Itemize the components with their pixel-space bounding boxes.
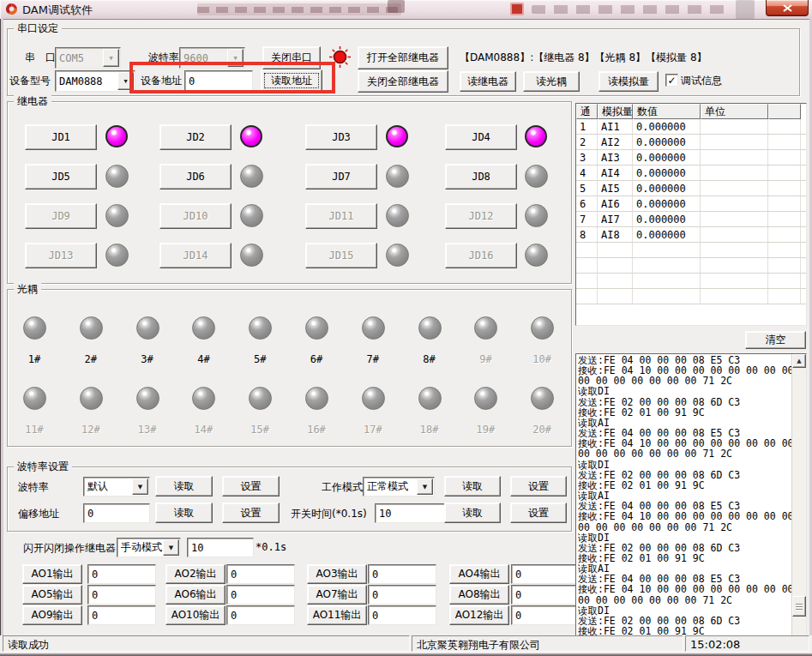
ao-output-button-5[interactable]: AO5输出: [22, 585, 82, 605]
ao-output-input-8[interactable]: 0: [511, 585, 580, 605]
ao-output-button-6[interactable]: AO6输出: [165, 585, 226, 605]
ao-output-button-9[interactable]: AO9输出: [22, 605, 82, 625]
opto-label-18#: 18#: [415, 424, 444, 436]
ao-output-button-7[interactable]: AO7输出: [307, 585, 367, 605]
table-cell: [701, 135, 768, 149]
ao-output-input-12[interactable]: 0: [511, 605, 580, 625]
table-header-cell[interactable]: 模拟量: [598, 104, 633, 119]
ao-output-input-11[interactable]: 0: [368, 605, 436, 625]
model-label: 设备型号: [9, 74, 51, 88]
open-all-relays-button[interactable]: 打开全部继电器: [358, 46, 448, 69]
table-row: 1AI10.000000: [576, 119, 806, 135]
device-model-select[interactable]: DAM0888 ▼: [55, 70, 135, 92]
ao-output-button-8[interactable]: AO8输出: [449, 585, 509, 605]
table-header-cell[interactable]: 通: [576, 104, 598, 119]
table-cell: [576, 258, 598, 273]
relay-indicator-1-on: [105, 125, 128, 147]
relay-button-JD7[interactable]: JD7: [305, 164, 377, 190]
device-address-input[interactable]: 0: [184, 70, 253, 92]
ao-output-button-1[interactable]: AO1输出: [22, 564, 82, 584]
relay-button-JD4[interactable]: JD4: [445, 124, 517, 150]
table-cell: 5: [576, 181, 598, 196]
log-text: 发送:FE 04 00 00 00 08 E5 C3接收:FE 04 10 00…: [578, 355, 791, 636]
baud-set-button[interactable]: 设置: [222, 476, 280, 497]
relay-button-JD10[interactable]: JD10: [159, 203, 232, 229]
relay-button-JD14[interactable]: JD14: [159, 243, 232, 268]
ao-output-input-5[interactable]: 0: [87, 585, 156, 605]
offset-address-input[interactable]: 0: [83, 503, 150, 523]
clear-log-button[interactable]: 清空: [745, 331, 806, 349]
table-row: 5AI50.000000: [576, 181, 806, 196]
group-title: 串口设定: [14, 21, 62, 36]
comm-log-panel[interactable]: 发送:FE 04 00 00 00 08 E5 C3接收:FE 04 10 00…: [575, 353, 807, 637]
relay-button-JD5[interactable]: JD5: [25, 164, 97, 190]
relay-button-JD8[interactable]: JD8: [445, 164, 517, 190]
baud-read-button[interactable]: 读取: [155, 476, 213, 497]
log-scrollbar[interactable]: ▲: [791, 354, 806, 636]
ao-output-button-4[interactable]: AO4输出: [449, 564, 509, 584]
switch-time-set-button[interactable]: 设置: [510, 503, 567, 523]
ao-output-input-4[interactable]: 0: [511, 564, 580, 584]
read-address-button[interactable]: 读取地址: [261, 69, 322, 92]
flash-time-input[interactable]: 10: [187, 538, 254, 557]
scrollbar-thumb[interactable]: [792, 596, 806, 617]
relay-button-JD11[interactable]: JD11: [305, 203, 377, 229]
table-row: [576, 289, 806, 304]
opto-indicator-17#: [362, 387, 385, 410]
ao-output-input-1[interactable]: 0: [87, 564, 156, 584]
work-mode-select[interactable]: 正常模式 ▼: [363, 477, 435, 497]
table-cell: [701, 227, 768, 242]
com-port-select[interactable]: COM5 ▼: [55, 47, 121, 69]
baud-default-select[interactable]: 默认 ▼: [83, 477, 150, 497]
relay-button-JD1[interactable]: JD1: [25, 124, 97, 150]
group-title: 波特率设置: [14, 460, 72, 474]
offset-read-button[interactable]: 读取: [155, 503, 213, 523]
ao-output-button-3[interactable]: AO3输出: [307, 564, 367, 584]
table-header-cell[interactable]: 数值: [633, 104, 701, 119]
ao-output-button-10[interactable]: AO10输出: [165, 605, 226, 625]
switch-time-input[interactable]: 10: [375, 503, 447, 523]
work-mode-set-button[interactable]: 设置: [510, 476, 567, 497]
offset-set-button[interactable]: 设置: [222, 503, 280, 523]
ao-output-input-2[interactable]: 0: [226, 564, 295, 584]
background-window-ghost: [388, 0, 405, 13]
optocoupler-group: 光耦 1#2#3#4#5#6#7#8#9#10#11#12#13#14#15#1…: [7, 289, 572, 447]
scroll-up-arrow-icon[interactable]: ▲: [792, 354, 806, 368]
baud-rate-select[interactable]: 9600 ▼: [179, 47, 245, 69]
ao-output-input-7[interactable]: 0: [368, 585, 436, 605]
opto-label-5#: 5#: [245, 353, 274, 365]
ao-output-button-11[interactable]: AO11输出: [307, 605, 367, 625]
ao-output-button-12[interactable]: AO12输出: [449, 605, 509, 625]
read-analog-button[interactable]: 读模拟量: [598, 71, 659, 92]
flash-mode-select[interactable]: 手动模式 ▼: [117, 538, 181, 557]
switch-time-read-button[interactable]: 读取: [444, 503, 501, 523]
table-cell: AI5: [598, 181, 633, 196]
table-header-cell[interactable]: [768, 104, 801, 119]
close-all-relays-button[interactable]: 关闭全部继电器: [358, 70, 448, 93]
ao-output-input-10[interactable]: 0: [226, 605, 295, 625]
table-cell: [768, 258, 801, 273]
titlebar[interactable]: DAM调试软件: [0, 0, 812, 20]
table-header-cell[interactable]: 单位: [701, 104, 768, 119]
relay-button-JD12[interactable]: JD12: [445, 203, 517, 229]
relay-button-JD2[interactable]: JD2: [159, 124, 232, 150]
read-relay-button[interactable]: 读继电器: [460, 71, 516, 92]
close-serial-button[interactable]: 关闭串口: [262, 46, 321, 69]
relay-button-JD6[interactable]: JD6: [159, 164, 232, 190]
relay-button-JD3[interactable]: JD3: [305, 124, 377, 150]
read-opto-button[interactable]: 读光耦: [523, 71, 580, 92]
debug-info-checkbox[interactable]: ✓: [665, 74, 678, 87]
opto-label-11#: 11#: [20, 424, 49, 436]
ao-output-button-2[interactable]: AO2输出: [165, 564, 226, 584]
close-button[interactable]: [766, 0, 809, 16]
relay-button-JD13[interactable]: JD13: [25, 243, 97, 268]
ao-output-input-9[interactable]: 0: [87, 605, 156, 625]
relay-button-JD15[interactable]: JD15: [305, 243, 377, 268]
ao-output-input-3[interactable]: 0: [368, 564, 436, 584]
log-line: 读取DI: [578, 533, 791, 543]
ao-output-input-6[interactable]: 0: [226, 585, 295, 605]
work-mode-read-button[interactable]: 读取: [444, 476, 501, 497]
table-cell: [576, 243, 598, 257]
relay-button-JD9[interactable]: JD9: [25, 203, 97, 229]
relay-button-JD16[interactable]: JD16: [445, 243, 517, 268]
